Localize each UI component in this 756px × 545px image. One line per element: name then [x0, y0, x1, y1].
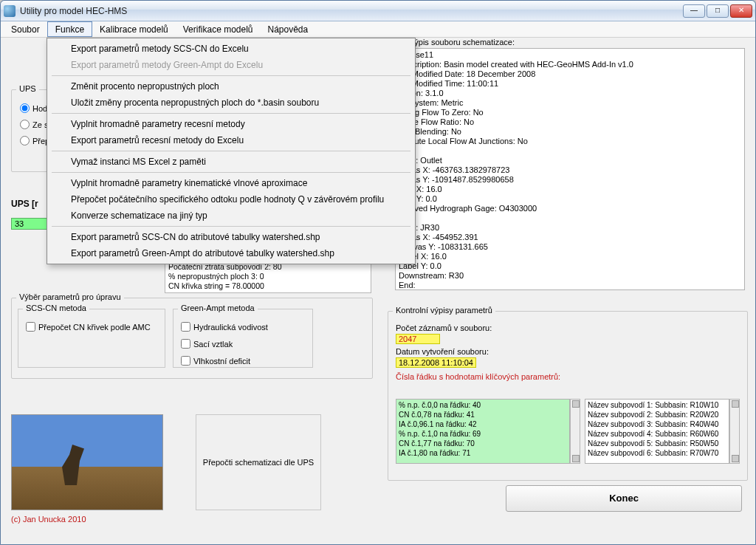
scs-cn-subgroup: SCS-CN metoda Přepočet CN křivek podle A…: [18, 309, 165, 368]
menubar: Soubor Funkce Kalibrace modelů Verifikac…: [1, 21, 755, 38]
list-item[interactable]: Název subpovodí 3: Subbasin: R40W40: [588, 419, 726, 429]
list-item[interactable]: Název subpovodí 6: Subbasin: R70W70: [588, 448, 726, 458]
titlebar: Utility pro model HEC-HMS — □ ✕: [1, 1, 755, 21]
menu-dropdown-item[interactable]: Vymaž instanci MS Excel z paměti: [49, 154, 413, 170]
list-item[interactable]: % n.p. č.1,0 na řádku: 69: [399, 429, 567, 439]
menu-napoveda[interactable]: Nápověda: [261, 21, 316, 37]
menu-separator: [52, 151, 410, 151]
list-item[interactable]: Název subpovodí 5: Subbasin: R50W50: [588, 439, 726, 448]
list-item[interactable]: IA č.0,96.1 na řádku: 42: [399, 419, 567, 429]
menu-dropdown-item[interactable]: Export parametrů metody SCS-CN do Excelu: [49, 41, 413, 57]
key-params-scrollbar[interactable]: [570, 399, 580, 464]
key-params-list[interactable]: % n.p. č.0,0 na řádku: 40CN č.0,78 na řá…: [396, 399, 570, 464]
ctrl-legend: Kontrolní výpisy parametrů: [393, 306, 495, 315]
menu-verifikace[interactable]: Verifikace modelů: [176, 21, 261, 37]
chk-amc[interactable]: Přepočet CN křivek podle AMC: [18, 318, 165, 335]
schema-textarea[interactable]: n: Olse11 Description: Basin model creat…: [395, 48, 745, 290]
record-count: 2047: [396, 334, 440, 344]
param-select-group: Výběr parametrů pro úpravu SCS-CN metoda…: [11, 298, 373, 379]
menu-separator: [52, 113, 410, 114]
scs-legend: SCS-CN metoda: [23, 304, 89, 312]
menu-dropdown-item[interactable]: Přepočet počátečního specifického odtoku…: [49, 191, 413, 208]
menu-funkce[interactable]: Funkce: [47, 21, 92, 37]
app-icon: [4, 5, 16, 17]
menu-kalibrace[interactable]: Kalibrace modelů: [92, 21, 176, 37]
green-ampt-subgroup: Green-Ampt metoda Hydraulická vodivost S…: [173, 309, 313, 368]
list-item[interactable]: Název subpovodí 1: Subbasin: R10W10: [588, 400, 726, 410]
chk-suction[interactable]: Sací vztlak: [173, 335, 312, 352]
menu-dropdown-item[interactable]: Uložit změny procenta nepropustných ploc…: [49, 95, 413, 111]
date-label: Datum vytvoření souboru:: [396, 347, 740, 356]
copyright-label: (c) Jan Unucka 2010: [11, 515, 86, 524]
menu-dropdown-item[interactable]: Vyplnit hromadně parametry recesní metod…: [49, 116, 413, 132]
menu-separator: [52, 172, 410, 173]
menu-dropdown-item[interactable]: Změnit procento nepropustných ploch: [49, 78, 413, 95]
minimize-button[interactable]: —: [683, 4, 705, 18]
count-label: Počet záznamů v souboru:: [396, 323, 740, 332]
menu-separator: [52, 226, 410, 227]
menu-separator: [52, 75, 410, 76]
list-item[interactable]: Název subpovodí 2: Subbasin: R20W20: [588, 410, 726, 419]
list-item: CN křivka string = 78.00000: [168, 281, 368, 291]
list-item[interactable]: % n.p. č.0,0 na řádku: 40: [399, 400, 567, 410]
recalc-button[interactable]: Přepočti schematizaci dle UPS: [196, 414, 321, 510]
menu-dropdown-item[interactable]: Export parametrů recesní metody do Excel…: [49, 132, 413, 148]
list-item[interactable]: CN č.0,78 na řádku: 41: [399, 410, 567, 419]
menu-dropdown-item: Export parametrů metody Green-Ampt do Ex…: [49, 57, 413, 73]
subbasin-scrollbar[interactable]: [729, 399, 740, 464]
row-numbers-label: Čísla řádku s hodnotami klíčových parame…: [396, 372, 740, 381]
list-item: % nepropustných ploch 3: 0: [168, 272, 368, 281]
end-button[interactable]: Konec: [506, 485, 742, 512]
control-output-group: Kontrolní výpisy parametrů Počet záznamů…: [388, 311, 748, 481]
param-legend: Výběr parametrů pro úpravu: [16, 292, 124, 301]
maximize-button[interactable]: □: [707, 4, 729, 18]
app-window: Utility pro model HEC-HMS — □ ✕ Soubor F…: [0, 0, 756, 545]
file-date: 18.12.2008 11:10:04: [396, 357, 476, 368]
close-button[interactable]: ✕: [730, 4, 752, 18]
menu-dropdown-item[interactable]: Export parametrů Green-Ampt do atributov…: [49, 245, 413, 261]
ups-value-label: UPS [r: [11, 199, 38, 209]
list-item[interactable]: IA č.1,80 na řádku: 71: [399, 448, 567, 458]
ga-legend: Green-Ampt metoda: [178, 304, 258, 312]
menu-dropdown-item[interactable]: Vyplnit hromadně parametry kinematické v…: [49, 175, 413, 191]
ups-legend: UPS: [16, 84, 39, 93]
menu-dropdown-item[interactable]: Export parametrů SCS-CN do atributové ta…: [49, 229, 413, 245]
list-item[interactable]: CN č.1,77 na řádku: 70: [399, 439, 567, 448]
menu-funkce-dropdown: Export parametrů metody SCS-CN do Excelu…: [47, 38, 416, 264]
menu-dropdown-item[interactable]: Konverze schematizace na jiný typ: [49, 208, 413, 224]
subbasin-list[interactable]: Název subpovodí 1: Subbasin: R10W10Název…: [585, 399, 729, 464]
menu-soubor[interactable]: Soubor: [4, 21, 47, 37]
chk-hydraulic[interactable]: Hydraulická vodivost: [173, 318, 312, 335]
window-title: Utility pro model HEC-HMS: [20, 6, 683, 16]
chk-moisture[interactable]: Vlhkostní deficit: [173, 352, 312, 369]
decorative-image: [11, 414, 163, 510]
list-item[interactable]: Název subpovodí 4: Subbasin: R60W60: [588, 429, 726, 439]
